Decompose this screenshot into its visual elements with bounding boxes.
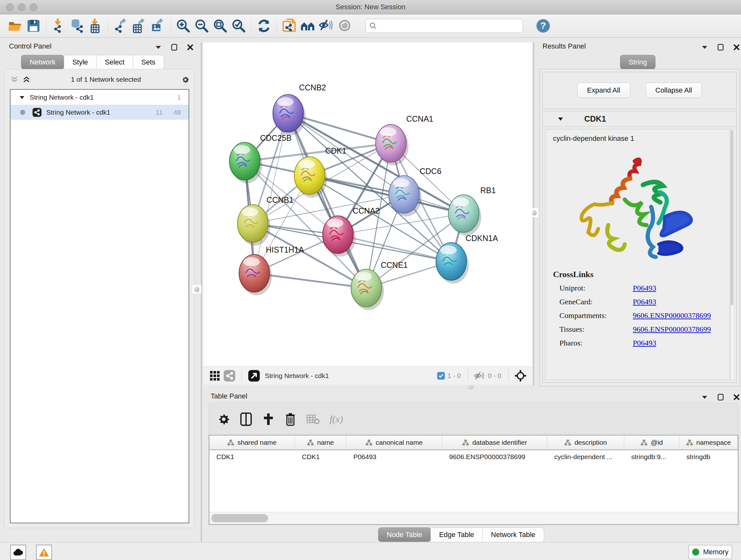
column-header-shared-name[interactable]: shared name — [209, 435, 295, 449]
import-network-file-button[interactable] — [50, 17, 68, 35]
open-session-icon — [8, 18, 22, 33]
export-image-button[interactable] — [149, 17, 167, 35]
refresh-view-button[interactable] — [255, 17, 273, 35]
fit-selected-target-icon[interactable] — [513, 368, 528, 383]
zoom-selected-button[interactable] — [229, 17, 248, 35]
crosslink-link[interactable]: P06493 — [633, 339, 656, 348]
clone-network-button[interactable] — [280, 17, 298, 35]
crosslinks-title: CrossLinks — [553, 270, 722, 279]
table-row[interactable]: CDK1CDK1P064939606.ENSP00000378699cyclin… — [209, 450, 738, 463]
network-node-ccna1[interactable] — [376, 125, 408, 165]
toolbar-separator — [108, 17, 109, 34]
network-tree-child-row[interactable]: String Network - cdk1 11 48 — [10, 105, 189, 120]
search-box[interactable] — [365, 19, 523, 33]
function-builder-icon[interactable]: f(x) — [330, 414, 343, 425]
network-node-hist1h1a[interactable] — [239, 254, 272, 295]
tab-select[interactable]: Select — [96, 55, 133, 69]
zoom-fit-button[interactable] — [211, 17, 229, 35]
network-share-icon[interactable] — [222, 369, 237, 383]
import-table-file-button[interactable] — [86, 17, 105, 35]
network-node-cdc6[interactable] — [389, 176, 421, 216]
zoom-out-button[interactable] — [192, 17, 211, 35]
crosslink-link[interactable]: 9606.ENSP00000378699 — [633, 325, 711, 334]
hide-selected-button[interactable] — [317, 17, 335, 35]
warning-status-button[interactable] — [36, 545, 52, 560]
export-table-button[interactable] — [130, 17, 149, 35]
result-entry-header[interactable]: CDK1 — [542, 111, 737, 127]
tab-node-table[interactable]: Node Table — [378, 527, 431, 542]
left-splitter-handle[interactable] — [192, 285, 201, 294]
hidden-eye-slash-icon[interactable] — [473, 369, 485, 382]
column-header-canonical-name[interactable]: canonical name — [346, 435, 442, 449]
zoom-out-icon — [194, 18, 209, 33]
column-header-@id[interactable]: @id — [624, 435, 679, 449]
grid-view-icon[interactable] — [208, 369, 222, 383]
network-node-ccne1[interactable] — [351, 269, 384, 310]
expand-all-networks-icon[interactable] — [23, 76, 30, 83]
network-node-ccna2[interactable] — [323, 216, 355, 257]
tab-network[interactable]: Network — [21, 55, 64, 69]
table-panel-menu-icon[interactable] — [701, 393, 709, 401]
table-panel-close-icon[interactable] — [733, 393, 740, 401]
collapse-all-button[interactable]: Collapse All — [646, 83, 702, 98]
table-h-scrollbar[interactable] — [209, 512, 738, 524]
crosslink-link[interactable]: 9606.ENSP00000378699 — [633, 311, 711, 320]
collapse-all-networks-icon[interactable] — [10, 76, 18, 83]
memory-button[interactable]: Memory — [689, 545, 732, 559]
network-options-gear-icon[interactable] — [182, 76, 189, 83]
zoom-fit-icon — [213, 18, 227, 33]
cloud-status-button[interactable] — [10, 545, 26, 560]
tree-collapse-icon[interactable] — [19, 96, 24, 99]
column-header-namespace[interactable]: namespace — [679, 435, 738, 449]
open-session-button[interactable] — [6, 17, 24, 35]
save-session-button[interactable] — [24, 17, 43, 35]
control-panel-float-icon[interactable] — [171, 44, 178, 51]
table-header-row: shared namenamecanonical namedatabase id… — [209, 435, 738, 450]
table-gear-icon[interactable] — [217, 413, 230, 426]
export-network-button[interactable] — [112, 17, 130, 35]
control-panel-close-icon[interactable] — [186, 44, 194, 51]
results-panel-float-icon[interactable] — [717, 44, 724, 51]
results-scrollbar[interactable] — [730, 129, 735, 380]
network-canvas[interactable]: CCNB2 CCNA1 CDC25B CDK1 CDC6 RB1 — [203, 43, 532, 367]
results-panel-menu-icon[interactable] — [701, 44, 709, 51]
table-h-scroll-thumb[interactable] — [211, 514, 268, 522]
network-node-ccnb1[interactable] — [238, 205, 270, 246]
create-column-plus-icon[interactable] — [262, 412, 275, 426]
birds-eye-view-icon[interactable] — [246, 369, 262, 383]
tab-network-table[interactable]: Network Table — [482, 527, 544, 542]
table-panel-float-icon[interactable] — [717, 393, 724, 401]
tab-string[interactable]: String — [620, 55, 656, 69]
edge-count: 48 — [174, 109, 181, 116]
first-neighbors-button[interactable] — [298, 17, 317, 35]
toolbar-separator — [171, 17, 171, 34]
zoom-in-button[interactable] — [174, 17, 192, 35]
network-node-cdk1[interactable] — [294, 157, 327, 198]
delete-column-trash-icon[interactable] — [284, 412, 296, 426]
column-header-database-identifier[interactable]: database identifier — [442, 435, 547, 449]
crosslink-link[interactable]: P06493 — [633, 284, 656, 293]
expand-all-button[interactable]: Expand All — [577, 83, 630, 98]
entry-collapse-icon[interactable] — [558, 117, 563, 121]
network-node-rb1[interactable] — [448, 195, 481, 236]
show-columns-icon[interactable] — [240, 412, 253, 426]
selected-nodes-checkbox[interactable] — [437, 372, 445, 380]
results-panel-close-icon[interactable] — [733, 44, 740, 51]
column-header-name[interactable]: name — [295, 435, 346, 449]
control-panel-menu-icon[interactable] — [154, 44, 162, 51]
network-node-ccnb2[interactable] — [273, 95, 306, 135]
tab-style[interactable]: Style — [64, 55, 97, 69]
show-all-button[interactable] — [335, 17, 354, 35]
bottom-splitter-handle[interactable] — [468, 385, 474, 389]
tab-sets[interactable]: Sets — [133, 55, 164, 69]
delete-table-icon[interactable] — [306, 414, 320, 425]
help-button[interactable]: ? — [534, 17, 552, 35]
import-network-database-button[interactable] — [68, 17, 86, 35]
network-node-cdc25b[interactable] — [229, 142, 262, 183]
column-header-description[interactable]: description — [547, 435, 624, 449]
search-input[interactable] — [377, 22, 520, 30]
network-tree-root-row[interactable]: String Network - cdk1 1 — [10, 90, 189, 105]
tab-edge-table[interactable]: Edge Table — [430, 527, 483, 542]
network-node-cdkn1a[interactable] — [436, 243, 469, 284]
crosslink-link[interactable]: P06493 — [633, 298, 656, 306]
